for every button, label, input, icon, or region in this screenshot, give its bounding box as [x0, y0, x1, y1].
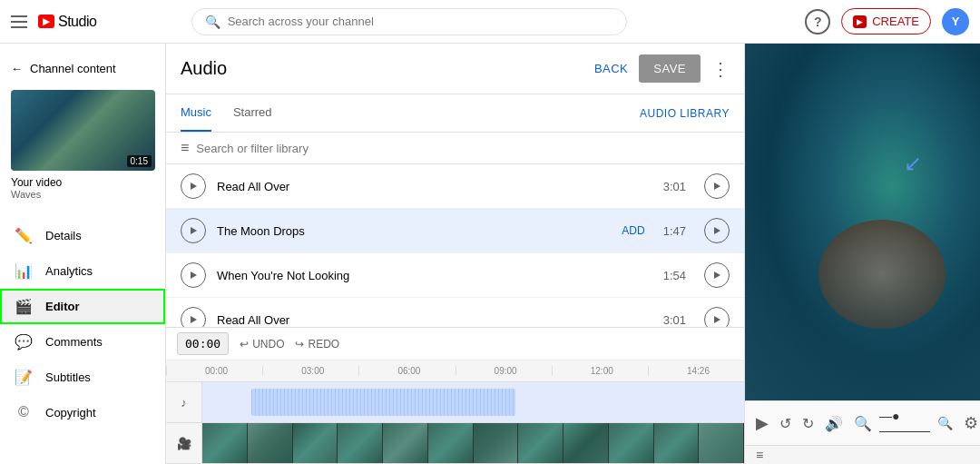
track-name: Read All Over [217, 180, 652, 193]
hamburger-menu-icon[interactable]: ≡ [756, 448, 763, 462]
redo-label: REDO [308, 338, 339, 350]
play-button[interactable] [181, 307, 206, 327]
sidebar-item-label: Details [45, 229, 82, 242]
ruler-mark: 09:00 [456, 366, 552, 376]
play-pause-button[interactable]: ▶ [756, 413, 769, 433]
settings-icon[interactable]: ⚙ [964, 413, 978, 433]
menu-button[interactable] [11, 15, 27, 28]
track-item[interactable]: The Moon Drops ADD 1:47 [166, 209, 744, 253]
audio-header-bar: Audio BACK SAVE ⋮ [166, 44, 744, 94]
filter-icon[interactable]: ≡ [181, 140, 189, 156]
ruler-mark: 14:26 [648, 366, 744, 376]
play-button[interactable] [181, 173, 206, 199]
back-button[interactable]: BACK [594, 62, 628, 75]
ruler-mark: 06:00 [358, 366, 455, 376]
video-frame [383, 423, 428, 463]
sidebar-item-analytics[interactable]: 📊 Analytics [0, 253, 165, 289]
help-button[interactable]: ? [805, 9, 830, 35]
track-play-icon[interactable] [704, 307, 730, 327]
youtube-logo: ▶ Studio [38, 14, 96, 30]
volume-button[interactable]: 🔊 [825, 415, 843, 432]
time-display: 00:00 [177, 332, 229, 355]
video-frame [428, 423, 474, 463]
save-button[interactable]: SAVE [639, 54, 701, 83]
play-button[interactable] [181, 218, 206, 243]
back-button[interactable]: ← Channel content [11, 54, 154, 83]
scrubber-bar: ≡ [745, 445, 980, 464]
timeline-controls: 00:00 ↩ UNDO ↪ REDO [166, 328, 744, 360]
rewind-button[interactable]: ↺ [779, 415, 791, 432]
svg-marker-7 [714, 316, 720, 323]
audio-search-bar: ≡ [166, 133, 744, 164]
video-frame [518, 423, 564, 463]
track-item[interactable]: Read All Over 3:01 [166, 164, 744, 209]
channel-content-label: Channel content [30, 62, 116, 75]
zoom-in-icon[interactable]: 🔍 [937, 416, 953, 430]
ruler-mark: 00:00 [166, 366, 262, 376]
sidebar-item-label: Subtitles [45, 370, 91, 384]
svg-marker-3 [714, 227, 720, 234]
svg-marker-2 [191, 227, 197, 234]
audio-search-input[interactable] [196, 142, 730, 155]
track-play-icon[interactable] [704, 173, 730, 199]
comments-icon: 💬 [15, 333, 33, 350]
thumbnail-time: 0:15 [127, 155, 152, 167]
sidebar-item-label: Analytics [45, 264, 93, 278]
svg-marker-5 [714, 271, 720, 279]
sidebar-item-copyright[interactable]: © Copyright [0, 395, 165, 429]
avatar[interactable]: Y [942, 8, 969, 35]
sidebar-item-label: Copyright [45, 406, 96, 420]
create-icon: ▶ [853, 15, 867, 28]
add-button[interactable]: ADD [622, 224, 644, 237]
create-button[interactable]: ▶ CREATE [841, 8, 931, 35]
video-frame [202, 423, 248, 463]
copyright-icon: © [15, 404, 33, 420]
details-icon: ✏️ [15, 227, 33, 244]
audio-tabs: Music Starred AUDIO LIBRARY [166, 94, 744, 133]
zoom-out-icon[interactable]: 🔍 [854, 415, 872, 432]
analytics-icon: 📊 [15, 262, 33, 280]
undo-label: UNDO [252, 338, 284, 350]
audio-library-link[interactable]: AUDIO LIBRARY [640, 107, 730, 120]
track-play-icon[interactable] [704, 262, 730, 288]
track-item[interactable]: Read All Over 3:01 [166, 298, 744, 327]
track-duration: 1:54 [663, 269, 686, 282]
search-icon: 🔍 [205, 15, 220, 29]
zoom-controls: 🔍 —●———— 🔍 [854, 409, 953, 438]
redo-icon: ↪ [295, 338, 304, 350]
audio-title: Audio [181, 58, 227, 79]
timeline-ruler: 00:00 03:00 06:00 09:00 12:00 14:26 [166, 360, 744, 382]
ruler-mark: 03:00 [262, 366, 358, 376]
search-bar[interactable]: 🔍 [191, 8, 627, 35]
track-name: When You're Not Looking [217, 269, 652, 282]
track-item[interactable]: When You're Not Looking 1:54 [166, 253, 744, 298]
more-options-icon[interactable]: ⋮ [711, 58, 730, 80]
zoom-slider-track: —●———— [879, 409, 930, 438]
track-duration: 3:01 [663, 180, 686, 193]
search-input[interactable] [228, 15, 613, 28]
timeline-section: 00:00 ↩ UNDO ↪ REDO 00:00 [166, 327, 744, 464]
tab-starred[interactable]: Starred [233, 94, 272, 132]
track-name: Read All Over [217, 313, 652, 327]
video-frame [293, 423, 338, 463]
redo-button[interactable]: ↪ REDO [295, 338, 339, 350]
play-button[interactable] [181, 262, 206, 288]
sidebar-item-editor[interactable]: 🎬 Editor [0, 289, 165, 324]
sidebar-item-subtitles[interactable]: 📝 Subtitles [0, 360, 165, 395]
video-preview: ↙ [745, 44, 980, 400]
tab-music[interactable]: Music [181, 94, 211, 132]
track-play-icon[interactable] [704, 218, 730, 243]
audio-left: Audio BACK SAVE ⋮ Music Starred AUDIO LI… [166, 44, 745, 464]
sidebar: ← Channel content 0:15 Your video Waves … [0, 44, 166, 464]
preview-controls: ▶ ↺ ↻ 🔊 🔍 —●———— 🔍 ⚙ [745, 400, 980, 445]
ruler-labels: 00:00 03:00 06:00 09:00 12:00 14:26 [166, 366, 744, 376]
sidebar-item-comments[interactable]: 💬 Comments [0, 324, 165, 360]
video-frame [474, 423, 519, 463]
forward-button[interactable]: ↻ [802, 415, 814, 432]
undo-button[interactable]: ↩ UNDO [240, 338, 284, 350]
create-label: CREATE [872, 15, 919, 28]
sidebar-item-label: Comments [45, 335, 103, 349]
sidebar-item-details[interactable]: ✏️ Details [0, 218, 165, 253]
subtitles-icon: 📝 [15, 369, 33, 386]
svg-marker-1 [714, 183, 720, 190]
